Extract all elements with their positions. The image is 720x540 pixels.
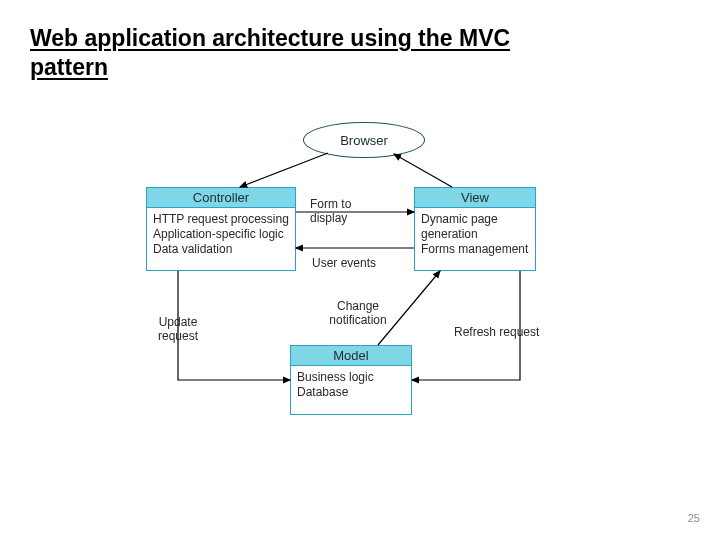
controller-line: HTTP request processing (153, 212, 289, 227)
controller-line: Data validation (153, 242, 289, 257)
controller-box: Controller HTTP request processing Appli… (146, 187, 296, 271)
view-box: View Dynamic page generation Forms manag… (414, 187, 536, 271)
view-line: Forms management (421, 242, 529, 257)
model-line: Database (297, 385, 405, 400)
view-title: View (415, 188, 535, 208)
browser-label: Browser (340, 133, 388, 148)
view-line: generation (421, 227, 529, 242)
model-line: Business logic (297, 370, 405, 385)
label-form-to-display: Form to display (310, 198, 380, 226)
browser-node: Browser (303, 122, 425, 158)
controller-line: Application-specific logic (153, 227, 289, 242)
controller-title: Controller (147, 188, 295, 208)
model-title: Model (291, 346, 411, 366)
label-change-notification: Change notification (318, 300, 398, 328)
model-box: Model Business logic Database (290, 345, 412, 415)
label-update-request: Update request (150, 316, 206, 344)
mvc-diagram: Browser Controller HTTP request processi… (0, 0, 720, 540)
view-line: Dynamic page (421, 212, 529, 227)
label-refresh-request: Refresh request (454, 326, 539, 340)
label-user-events: User events (312, 257, 376, 271)
